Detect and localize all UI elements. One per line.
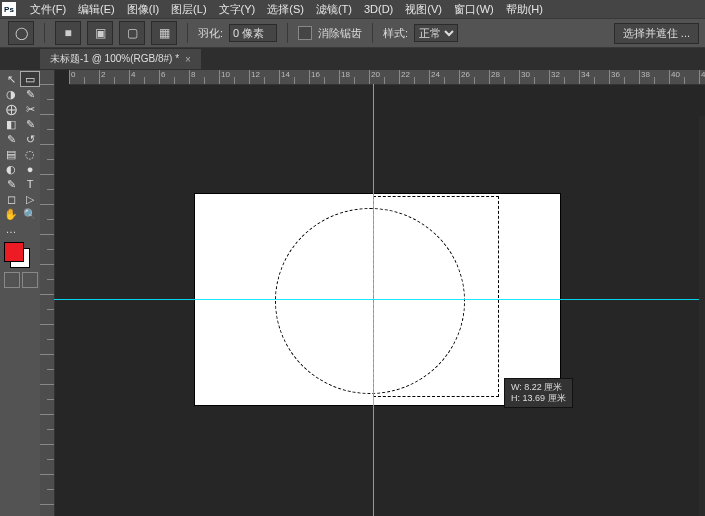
menu-select[interactable]: 选择(S) — [261, 2, 310, 17]
quick-select-tool[interactable]: ✎ — [21, 87, 39, 101]
app-logo: Ps — [2, 2, 16, 16]
blur-tool[interactable]: ◐ — [2, 162, 20, 176]
blank — [21, 222, 39, 236]
tooltip-w-value: 8.22 厘米 — [524, 382, 562, 392]
menu-image[interactable]: 图像(I) — [121, 2, 165, 17]
selection-new-icon[interactable]: ■ — [55, 21, 81, 45]
menu-type[interactable]: 文字(Y) — [213, 2, 262, 17]
workspace: ↖ ▭ ◑ ✎ ⨁ ✂ ◧ ✎ ✎ ↺ ▤ ◌ ◐ ● ✎ T ◻ ▷ ✋ 🔍 … — [0, 70, 705, 516]
guide-vertical[interactable] — [373, 84, 374, 516]
foreground-color-swatch[interactable] — [4, 242, 24, 262]
menu-file[interactable]: 文件(F) — [24, 2, 72, 17]
ruler-origin[interactable] — [40, 70, 55, 85]
document-tabs: 未标题-1 @ 100%(RGB/8#) * × — [0, 48, 705, 70]
antialias-checkbox[interactable] — [298, 26, 312, 40]
menu-bar: Ps 文件(F) 编辑(E) 图像(I) 图层(L) 文字(Y) 选择(S) 滤… — [0, 0, 705, 18]
move-tool[interactable]: ↖ — [2, 72, 20, 86]
menu-filter[interactable]: 滤镜(T) — [310, 2, 358, 17]
type-tool[interactable]: T — [21, 177, 39, 191]
separator — [287, 23, 288, 43]
ruler-horizontal[interactable]: 0246810121416182022242628303234363840424… — [69, 70, 705, 85]
menu-help[interactable]: 帮助(H) — [500, 2, 549, 17]
rectangle-selection-marquee — [373, 196, 499, 397]
selection-subtract-icon[interactable]: ▢ — [119, 21, 145, 45]
separator — [372, 23, 373, 43]
crop-tool[interactable]: ⨁ — [2, 102, 20, 116]
menu-edit[interactable]: 编辑(E) — [72, 2, 121, 17]
document-tab[interactable]: 未标题-1 @ 100%(RGB/8#) * × — [40, 49, 201, 69]
separator — [44, 23, 45, 43]
selection-intersect-icon[interactable]: ▦ — [151, 21, 177, 45]
style-label: 样式: — [383, 26, 408, 41]
quickmask-toggle[interactable] — [4, 272, 40, 288]
path-select-tool[interactable]: ◻ — [2, 192, 20, 206]
ruler-vertical[interactable] — [40, 84, 55, 516]
document-tab-title: 未标题-1 @ 100%(RGB/8#) * — [50, 52, 179, 66]
selection-add-icon[interactable]: ▣ — [87, 21, 113, 45]
tooltip-h-label: H: — [511, 393, 520, 403]
menu-view[interactable]: 视图(V) — [399, 2, 448, 17]
gradient-tool[interactable]: ◌ — [21, 147, 39, 161]
guide-horizontal[interactable] — [54, 299, 705, 300]
tooltip-w-label: W: — [511, 382, 522, 392]
zoom-tool[interactable]: 🔍 — [21, 207, 39, 221]
select-and-mask-button[interactable]: 选择并遮住 ... — [614, 23, 699, 44]
close-icon[interactable]: × — [185, 54, 191, 65]
viewport[interactable]: W: 8.22 厘米 H: 13.69 厘米 — [54, 84, 705, 516]
eraser-tool[interactable]: ▤ — [2, 147, 20, 161]
tooltip-h-value: 13.69 厘米 — [523, 393, 566, 403]
separator — [187, 23, 188, 43]
edit-toolbar[interactable]: … — [2, 222, 20, 236]
history-brush-tool[interactable]: ↺ — [21, 132, 39, 146]
healing-tool[interactable]: ◧ — [2, 117, 20, 131]
eyedropper-tool[interactable]: ✂ — [21, 102, 39, 116]
color-swatch[interactable] — [4, 242, 30, 268]
menu-3d[interactable]: 3D(D) — [358, 3, 399, 15]
ruler-row: 0246810121416182022242628303234363840424… — [40, 70, 705, 85]
menu-layer[interactable]: 图层(L) — [165, 2, 212, 17]
tool-preset-icon[interactable]: ◯ — [8, 21, 34, 45]
stamp-tool[interactable]: ✎ — [2, 132, 20, 146]
canvas-stage: 0246810121416182022242628303234363840424… — [40, 70, 705, 516]
feather-label: 羽化: — [198, 26, 223, 41]
dimensions-tooltip: W: 8.22 厘米 H: 13.69 厘米 — [504, 378, 573, 408]
menu-window[interactable]: 窗口(W) — [448, 2, 500, 17]
shape-tool[interactable]: ▷ — [21, 192, 39, 206]
hand-tool[interactable]: ✋ — [2, 207, 20, 221]
feather-input[interactable] — [229, 24, 277, 42]
dodge-tool[interactable]: ● — [21, 162, 39, 176]
brush-tool[interactable]: ✎ — [21, 117, 39, 131]
pen-tool[interactable]: ✎ — [2, 177, 20, 191]
toolbox: ↖ ▭ ◑ ✎ ⨁ ✂ ◧ ✎ ✎ ↺ ▤ ◌ ◐ ● ✎ T ◻ ▷ ✋ 🔍 … — [0, 70, 40, 516]
options-bar: ◯ ■ ▣ ▢ ▦ 羽化: 消除锯齿 样式: 正常 选择并遮住 ... — [0, 18, 705, 48]
right-panel-dock[interactable] — [699, 116, 705, 516]
style-select[interactable]: 正常 — [414, 24, 458, 42]
marquee-tool[interactable]: ▭ — [21, 72, 39, 86]
antialias-label: 消除锯齿 — [318, 26, 362, 41]
lasso-tool[interactable]: ◑ — [2, 87, 20, 101]
